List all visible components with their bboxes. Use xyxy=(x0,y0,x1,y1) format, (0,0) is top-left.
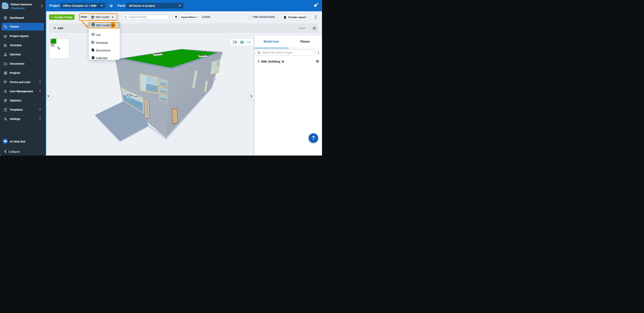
svg-text:PDF: PDF xyxy=(284,18,286,19)
